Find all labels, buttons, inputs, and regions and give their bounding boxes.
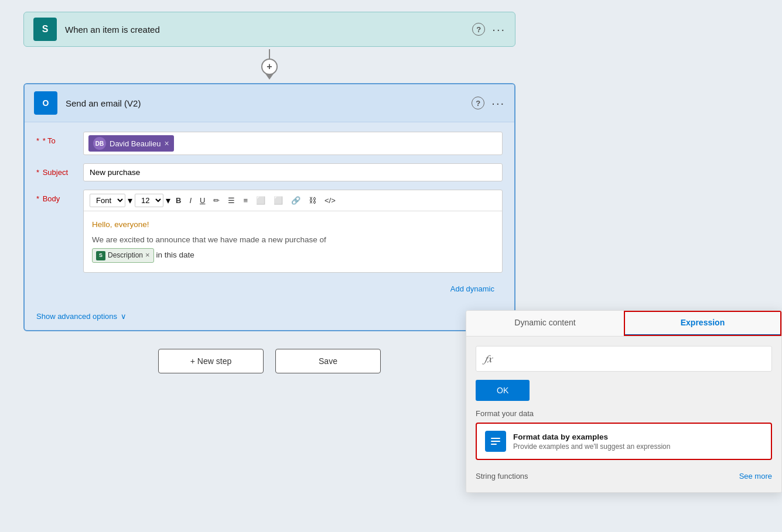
tab-dynamic-content[interactable]: Dynamic content [466, 311, 624, 336]
flow-area: S When an item is created ? ··· + O Send… [0, 0, 527, 532]
subject-label: * Subject [36, 163, 83, 177]
highlight-button[interactable]: ✏ [210, 195, 223, 206]
body-row: * Body Font ▾ 12 ▾ B I [36, 190, 503, 273]
tab-expression[interactable]: Expression [624, 311, 781, 336]
bold-button[interactable]: B [173, 195, 184, 206]
new-step-button[interactable]: + New step [158, 349, 264, 373]
unlink-button[interactable]: ⛓ [306, 195, 319, 206]
panel-body: 𝑓𝑥 OK Format your data Format data by ex… [466, 337, 781, 492]
string-functions-row: String functions See more [476, 467, 772, 483]
person-name: David Beaulieu [110, 139, 161, 148]
fx-symbol: 𝑓𝑥 [484, 353, 492, 365]
step-connector: + [23, 47, 515, 82]
add-step-button[interactable]: + [261, 59, 278, 75]
unordered-list-button[interactable]: ☰ [225, 195, 238, 206]
svg-rect-1 [491, 441, 500, 442]
body-line-announce: We are excited to announce that we have … [92, 234, 494, 246]
trigger-card[interactable]: S When an item is created ? ··· [23, 12, 515, 47]
add-dynamic-link[interactable]: Add dynamic [36, 281, 503, 297]
body-after-token: in this date [156, 250, 194, 259]
token-label: Description [108, 250, 143, 261]
trigger-title: When an item is created [65, 25, 472, 35]
align-right-button[interactable]: ⬜ [271, 195, 286, 206]
email-help-icon[interactable]: ? [472, 97, 484, 109]
subject-input[interactable] [83, 163, 503, 181]
body-label: * Body [36, 190, 83, 203]
font-size-select[interactable]: 12 [135, 194, 163, 207]
body-content[interactable]: Hello, everyone! We are excited to annou… [84, 211, 502, 272]
person-tag[interactable]: DB David Beaulieu × [88, 135, 174, 152]
string-functions-label: String functions [476, 472, 528, 480]
format-your-data-label: Format your data [476, 409, 772, 418]
token-remove-button[interactable]: × [145, 249, 150, 262]
font-select[interactable]: Font [90, 194, 125, 207]
dropdown-arrow-icon: ▾ [128, 195, 132, 206]
body-line-token: S Description × in this date [92, 248, 494, 263]
ordered-list-button[interactable]: ≡ [240, 195, 251, 206]
email-icon: O [34, 91, 57, 115]
subject-row: * Subject [36, 163, 503, 181]
ellipsis-button[interactable]: ··· [492, 23, 506, 36]
trigger-actions: ? ··· [472, 23, 506, 36]
format-card-description: Provide examples and we'll suggest an ex… [513, 442, 670, 451]
format-card-title: Format data by examples [513, 433, 670, 441]
save-button[interactable]: Save [275, 349, 381, 373]
body-container: Font ▾ 12 ▾ B I U ✏ ☰ ≡ ⬜ ⬜ [83, 190, 503, 273]
email-card: O Send an email (V2) ? ··· * * To DB [23, 83, 515, 331]
svg-rect-2 [491, 444, 497, 445]
trigger-icon: S [33, 18, 57, 41]
remove-person-button[interactable]: × [164, 139, 169, 148]
format-card-text: Format data by examples Provide examples… [513, 433, 670, 451]
help-icon[interactable]: ? [472, 23, 485, 36]
email-card-title: Send an email (V2) [66, 98, 472, 108]
connector-arrow [265, 74, 274, 80]
email-card-header: O Send an email (V2) ? ··· [25, 84, 514, 122]
email-card-actions: ? ··· [472, 97, 505, 110]
expression-input[interactable] [498, 355, 763, 363]
bottom-buttons: + New step Save [23, 349, 515, 373]
person-avatar: DB [93, 137, 106, 150]
code-button[interactable]: </> [322, 195, 339, 206]
body-toolbar: Font ▾ 12 ▾ B I U ✏ ☰ ≡ ⬜ ⬜ [84, 190, 502, 211]
svg-rect-0 [491, 438, 500, 439]
size-dropdown-icon: ▾ [166, 195, 170, 206]
link-button[interactable]: 🔗 [288, 195, 303, 206]
italic-button[interactable]: I [186, 195, 194, 206]
body-line-hello: Hello, everyone! [92, 218, 494, 231]
panel-tabs: Dynamic content Expression [466, 311, 781, 337]
dynamic-token[interactable]: S Description × [92, 248, 154, 263]
email-ellipsis-button[interactable]: ··· [491, 97, 505, 110]
format-card[interactable]: Format data by examples Provide examples… [476, 423, 772, 460]
chevron-down-icon: ∨ [121, 312, 127, 321]
format-card-icon [485, 431, 506, 452]
right-panel: Dynamic content Expression 𝑓𝑥 OK Format … [466, 310, 782, 493]
see-more-link[interactable]: See more [739, 472, 772, 480]
underline-button[interactable]: U [197, 195, 208, 206]
email-card-body: * * To DB David Beaulieu × * [25, 122, 514, 306]
fx-input-area[interactable]: 𝑓𝑥 [476, 346, 772, 372]
to-field[interactable]: DB David Beaulieu × [83, 132, 503, 155]
connector-line-top [269, 49, 270, 59]
to-row: * * To DB David Beaulieu × [36, 132, 503, 155]
ok-button[interactable]: OK [476, 380, 530, 401]
to-label: * * To [36, 132, 83, 145]
show-advanced-options[interactable]: Show advanced options ∨ [25, 306, 514, 330]
token-icon: S [96, 251, 105, 260]
align-left-button[interactable]: ⬜ [253, 195, 268, 206]
